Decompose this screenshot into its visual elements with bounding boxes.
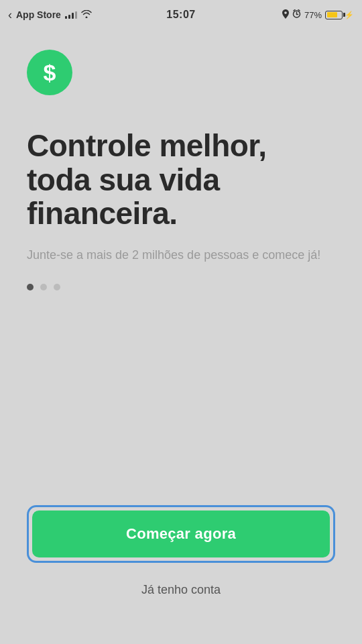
alarm-icon <box>292 9 301 20</box>
status-left: ‹ App Store <box>8 8 123 22</box>
signal-bar-3 <box>72 13 74 19</box>
carrier-label: App Store <box>16 9 61 20</box>
pagination-dots <box>27 284 335 290</box>
wifi-icon <box>81 9 92 20</box>
main-content: $ Controle melhor, toda sua vida finance… <box>0 30 362 644</box>
signal-bar-1 <box>65 16 67 19</box>
signal-icon <box>65 11 77 19</box>
dot-1 <box>27 284 34 290</box>
status-time: 15:07 <box>123 9 239 21</box>
login-button[interactable]: Já tenho conta <box>141 576 221 604</box>
signal-bar-4 <box>75 11 77 19</box>
battery-percent: 77% <box>304 10 322 20</box>
status-right: 77% ⚡ <box>239 9 354 21</box>
app-logo: $ <box>27 50 72 95</box>
svg-line-3 <box>294 10 295 11</box>
headline: Controle melhor, toda sua vida financeir… <box>27 129 335 231</box>
location-icon <box>282 9 289 21</box>
svg-line-4 <box>298 10 300 11</box>
dollar-icon: $ <box>44 60 56 86</box>
signal-bar-2 <box>68 15 70 19</box>
back-arrow-icon: ‹ <box>8 8 12 22</box>
start-button[interactable]: Começar agora <box>32 511 330 557</box>
dot-2 <box>40 284 47 290</box>
battery-icon <box>325 11 343 19</box>
status-bar: ‹ App Store 15:07 <box>0 0 362 30</box>
subtitle: Junte-se a mais de 2 milhões de pessoas … <box>27 247 335 264</box>
start-button-wrapper: Começar agora <box>27 505 335 563</box>
dot-3 <box>54 284 60 290</box>
charging-icon: ⚡ <box>345 11 354 19</box>
cta-area: Começar agora Já tenho conta <box>27 505 335 617</box>
battery-fill <box>327 12 338 17</box>
